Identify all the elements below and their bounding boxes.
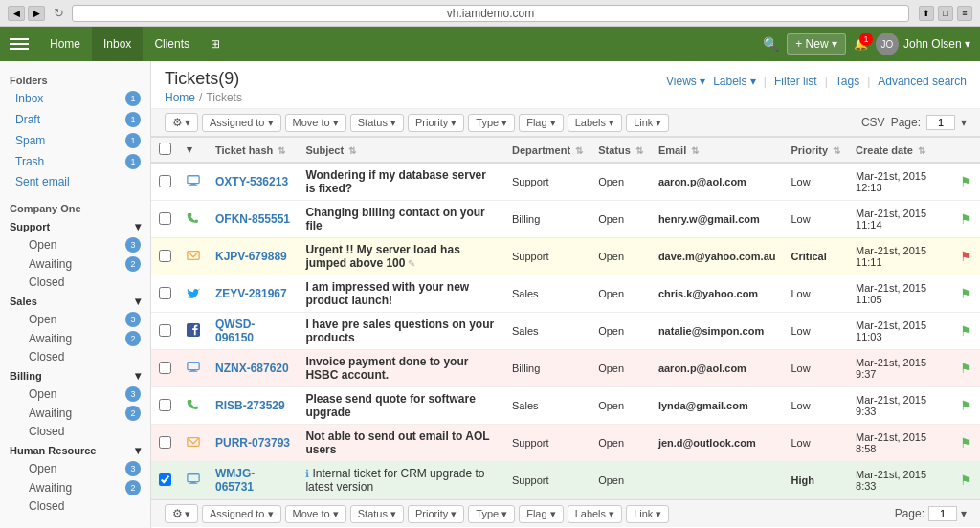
table-row[interactable]: OFKN-855551 Changing billing contact on … [151, 201, 980, 238]
table-row[interactable]: PURR-073793 Not able to send out email t… [151, 425, 980, 462]
move-to-dropdown[interactable]: Move to ▾ [285, 114, 346, 132]
ticket-flag[interactable]: ⚑ [952, 462, 980, 499]
bottom-assigned-to[interactable]: Assigned to ▾ [202, 505, 281, 523]
sidebar-item-sent-email[interactable]: Sent email [0, 172, 150, 191]
ticket-flag[interactable]: ⚑ [952, 425, 980, 462]
ticket-flag[interactable]: ⚑ [952, 238, 980, 275]
settings-icon[interactable]: ≡ [957, 6, 972, 21]
nav-clients[interactable]: Clients [143, 27, 201, 61]
sidebar-item-spam[interactable]: Spam1 [0, 130, 150, 151]
sidebar-sub-item-open[interactable]: Open3 [10, 310, 150, 329]
row-checkbox[interactable] [159, 250, 171, 262]
col-department[interactable]: Department ⇅ [504, 138, 590, 164]
col-priority[interactable]: Priority ⇅ [783, 138, 848, 164]
ticket-hash[interactable]: PURR-073793 [208, 425, 298, 462]
table-row[interactable]: RISB-273529 Please send quote for softwa… [151, 387, 980, 425]
browser-nav-buttons[interactable]: ◀ ▶ [8, 6, 45, 21]
views-dropdown[interactable]: Views ▾ [666, 75, 705, 88]
window-icon[interactable]: □ [938, 6, 953, 21]
bottom-status[interactable]: Status ▾ [350, 505, 404, 523]
filter-list-link[interactable]: Filter list [774, 75, 817, 88]
row-checkbox[interactable] [159, 399, 171, 411]
col-create-date[interactable]: Create date ⇅ [848, 138, 952, 164]
ticket-subject[interactable]: Urgent !! My server load has jumped abov… [298, 238, 504, 275]
ticket-hash[interactable]: NZNX-687620 [208, 350, 298, 387]
ticket-hash[interactable]: KJPV-679889 [208, 238, 298, 275]
sidebar-sub-item-closed[interactable]: Closed [10, 274, 150, 291]
ticket-subject[interactable]: Wondering if my database server is fixed… [298, 163, 504, 201]
table-row[interactable]: QWSD-096150 I have pre sales questions o… [151, 313, 980, 350]
nav-inbox[interactable]: Inbox [92, 27, 143, 61]
table-row[interactable]: OXTY-536213 Wondering if my database ser… [151, 163, 980, 201]
bottom-flag[interactable]: Flag ▾ [519, 505, 563, 523]
sidebar-item-inbox[interactable]: Inbox1 [0, 88, 150, 109]
link-dropdown[interactable]: Link ▾ [626, 114, 669, 132]
breadcrumb-home[interactable]: Home [165, 91, 195, 104]
row-checkbox[interactable] [159, 287, 171, 299]
table-row[interactable]: KJPV-679889 Urgent !! My server load has… [151, 238, 980, 275]
bottom-page-input[interactable] [928, 506, 957, 521]
bottom-labels[interactable]: Labels ▾ [568, 505, 622, 523]
ticket-flag[interactable]: ⚑ [952, 163, 980, 201]
sidebar-sub-item-open[interactable]: Open3 [10, 459, 150, 478]
ticket-hash[interactable]: ZEYV-281967 [208, 275, 298, 313]
sidebar-sub-item-closed[interactable]: Closed [10, 497, 150, 515]
share-icon[interactable]: ⬆ [919, 6, 934, 21]
col-subject[interactable]: Subject ⇅ [298, 138, 504, 164]
ticket-subject[interactable]: ℹInternal ticket for CRM upgrade to late… [298, 462, 504, 499]
bottom-move-to[interactable]: Move to ▾ [285, 505, 346, 523]
ticket-hash[interactable]: OFKN-855551 [208, 201, 298, 238]
sidebar-sub-item-awaiting[interactable]: Awaiting2 [10, 478, 150, 497]
ticket-subject[interactable]: Changing billing contact on your file [298, 201, 504, 238]
ticket-flag[interactable]: ⚑ [952, 275, 980, 313]
ticket-subject[interactable]: Please send quote for software upgrade [298, 387, 504, 425]
row-checkbox[interactable] [159, 175, 171, 187]
flag-dropdown[interactable]: Flag ▾ [519, 114, 563, 132]
forward-button[interactable]: ▶ [28, 6, 45, 21]
ticket-hash[interactable]: RISB-273529 [208, 387, 298, 425]
group-title[interactable]: Human Resource ▾ [10, 444, 141, 457]
sidebar-sub-item-awaiting[interactable]: Awaiting2 [10, 404, 150, 423]
type-dropdown[interactable]: Type ▾ [468, 114, 515, 132]
ticket-flag[interactable]: ⚑ [952, 387, 980, 425]
group-title[interactable]: Billing ▾ [10, 369, 141, 383]
sidebar-sub-item-awaiting[interactable]: Awaiting2 [10, 329, 150, 348]
row-checkbox[interactable] [159, 324, 171, 337]
hamburger-menu[interactable] [10, 38, 29, 50]
sidebar-sub-item-closed[interactable]: Closed [10, 423, 150, 440]
ticket-flag[interactable]: ⚑ [952, 350, 980, 387]
ticket-hash[interactable]: WMJG-065731 [208, 462, 298, 499]
advanced-search-link[interactable]: Advanced search [878, 75, 967, 88]
labels-dropdown-btn[interactable]: Labels ▾ [568, 114, 622, 132]
ticket-subject[interactable]: I have pre sales questions on your produ… [298, 313, 504, 350]
bottom-type[interactable]: Type ▾ [468, 505, 515, 523]
ticket-hash[interactable]: QWSD-096150 [208, 313, 298, 350]
ticket-subject[interactable]: I am impressed with your new product lau… [298, 275, 504, 313]
ticket-hash[interactable]: OXTY-536213 [208, 163, 298, 201]
bottom-settings-dropdown[interactable]: ⚙ ▾ [165, 504, 198, 523]
settings-dropdown[interactable]: ⚙ ▾ [165, 113, 198, 132]
bottom-page-dropdown[interactable]: ▾ [961, 507, 967, 520]
table-row[interactable]: NZNX-687620 Invoice payment done to your… [151, 350, 980, 387]
sidebar-item-trash[interactable]: Trash1 [0, 151, 150, 172]
select-all-checkbox[interactable] [159, 143, 171, 155]
row-checkbox[interactable] [159, 212, 171, 225]
sidebar-sub-item-awaiting[interactable]: Awaiting2 [10, 254, 150, 274]
new-button[interactable]: + New ▾ [787, 33, 846, 55]
row-checkbox[interactable] [159, 436, 171, 449]
priority-dropdown[interactable]: Priority ▾ [408, 114, 464, 132]
col-ticket-hash[interactable]: Ticket hash ⇅ [208, 138, 298, 164]
row-checkbox[interactable] [159, 362, 171, 374]
refresh-button[interactable]: ↻ [51, 6, 66, 21]
sidebar-sub-item-open[interactable]: Open3 [10, 235, 150, 254]
url-bar[interactable]: vh.iamdemo.com [72, 5, 909, 22]
grid-icon[interactable]: ⊞ [211, 37, 220, 51]
page-input[interactable] [926, 115, 955, 130]
nav-home[interactable]: Home [38, 27, 92, 61]
sidebar-sub-item-open[interactable]: Open3 [10, 385, 150, 404]
status-dropdown[interactable]: Status ▾ [350, 114, 404, 132]
ticket-flag[interactable]: ⚑ [952, 201, 980, 238]
col-email[interactable]: Email ⇅ [651, 138, 784, 164]
col-status[interactable]: Status ⇅ [590, 138, 651, 164]
assigned-to-dropdown[interactable]: Assigned to ▾ [202, 114, 281, 132]
